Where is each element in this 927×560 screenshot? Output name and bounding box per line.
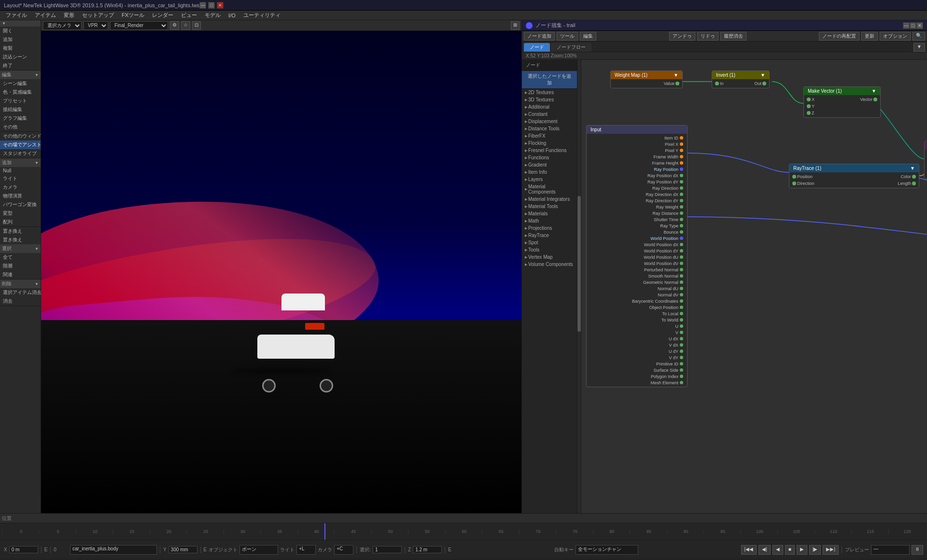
render-select[interactable]: Final_Render — [110, 21, 168, 30]
category-constant[interactable]: Constant — [522, 111, 577, 118]
left-btn-coloredit[interactable]: 色・質感編集 — [0, 88, 41, 97]
left-btn-assist[interactable]: その場でアシスト — [0, 140, 41, 149]
z-value[interactable]: 1.2 m — [413, 546, 442, 553]
node-weight-map[interactable]: Weight Map (1) ▼ Value — [610, 70, 683, 88]
node-clearhistory-btn[interactable]: 履歴消去 — [720, 32, 746, 41]
menu-file[interactable]: ファイル — [2, 11, 31, 20]
vp-extra-btn[interactable]: ⊞ — [511, 21, 520, 30]
vp-grid-btn[interactable]: ⊡ — [192, 21, 201, 30]
objtype-select[interactable]: ボーン — [239, 545, 278, 555]
left-btn-camera[interactable]: カメラ — [0, 183, 41, 192]
left-section-header-file[interactable] — [0, 20, 41, 27]
play-prev-btn[interactable]: ◀| — [758, 545, 771, 555]
port-dot-dir-in[interactable] — [792, 182, 796, 185]
port-dot-color-rt-out[interactable] — [912, 175, 916, 179]
node-weight-map-dropdown[interactable]: ▼ — [674, 72, 678, 78]
left-btn-connect[interactable]: 接続編集 — [0, 105, 41, 114]
node-invert-dropdown[interactable]: ▼ — [760, 72, 765, 78]
left-btn-null[interactable]: Null — [0, 167, 41, 174]
category-functions[interactable]: Functions — [522, 154, 577, 161]
category-spot[interactable]: Spot — [522, 239, 577, 246]
node-options-btn[interactable]: オプション — [880, 32, 911, 41]
category-2dtextures[interactable]: 2D Textures — [522, 89, 577, 96]
preview-pause-btn[interactable]: ⏸ — [912, 545, 923, 555]
menu-fxtool[interactable]: FXツール — [118, 11, 148, 20]
node-raytrace-dropdown[interactable]: ▼ — [910, 166, 915, 171]
3d-viewport[interactable] — [41, 31, 521, 513]
category-gradient[interactable]: Gradient — [522, 161, 577, 168]
port-dot-out[interactable] — [762, 82, 766, 85]
vp-settings-btn[interactable]: ⚙ — [170, 21, 179, 30]
node-undo-btn[interactable]: アンドゥ — [669, 32, 695, 41]
category-raytrace[interactable]: RayTrace — [522, 232, 577, 239]
camera-select[interactable]: +C — [334, 545, 353, 555]
menu-item[interactable]: アイテム — [31, 11, 60, 20]
left-btn-graph[interactable]: グラフ編集 — [0, 114, 41, 123]
tab-nodeflow[interactable]: ノードフロー — [551, 43, 591, 52]
left-btn-light[interactable]: ライト — [0, 174, 41, 183]
menu-transform[interactable]: 変形 — [60, 11, 78, 20]
menu-view[interactable]: ビュー — [177, 11, 201, 20]
category-vertexmap[interactable]: Vertex Map — [522, 253, 577, 261]
node-make-vector-dropdown[interactable]: ▼ — [871, 88, 876, 94]
node-panel-minimize[interactable]: — — [903, 22, 910, 29]
left-btn-studio[interactable]: スタジオライブ — [0, 149, 41, 158]
port-dot-value-out[interactable] — [675, 82, 679, 85]
left-btn-dup[interactable]: 複製 — [0, 44, 41, 53]
menu-io[interactable]: I/O — [225, 12, 239, 19]
left-section-header-edit[interactable]: 編集 — [0, 70, 41, 79]
node-raytrace[interactable]: RayTrace (1) ▼ Position Color — [789, 164, 919, 188]
left-btn-quit[interactable]: 終了 — [0, 61, 41, 70]
node-mixer[interactable]: Mixer (1) ▼ Bg Color — [924, 141, 927, 179]
category-materialintegrators[interactable]: Material Integrators — [522, 196, 577, 203]
category-math[interactable]: Math — [522, 217, 577, 224]
port-dot-z-in[interactable] — [807, 111, 811, 115]
vp-star-btn[interactable]: ☆ — [181, 21, 190, 30]
node-tool-btn[interactable]: ツール — [557, 32, 578, 41]
left-btn-deform[interactable]: 変型 — [0, 209, 41, 218]
category-materials[interactable]: Materials — [522, 210, 577, 217]
left-btn-sceneedit[interactable]: シーン編集 — [0, 79, 41, 88]
left-btn-replace2[interactable]: 置き換え — [0, 236, 41, 244]
left-btn-pgon[interactable]: パワーゴン変換 — [0, 200, 41, 209]
menu-model[interactable]: モデル — [201, 11, 225, 20]
left-btn-otherwin[interactable]: その他のウィンドウ — [0, 132, 41, 140]
camera-select[interactable]: 選択カメラ — [43, 21, 82, 30]
left-btn-loadscene[interactable]: 読込シーン — [0, 53, 41, 61]
node-rearrange-btn[interactable]: ノードの再配置 — [819, 32, 859, 41]
light-select[interactable]: +L — [296, 545, 316, 555]
play-fwd-btn[interactable]: ▶ — [797, 545, 807, 555]
minimize-btn[interactable]: — — [199, 2, 206, 9]
category-materialcomponents[interactable]: Material Components — [522, 183, 577, 196]
menu-setup[interactable]: セットアップ — [78, 11, 118, 20]
left-section-header-add[interactable]: 追加 — [0, 158, 41, 167]
category-additional[interactable]: Additional — [522, 103, 577, 111]
category-flocking[interactable]: Flocking — [522, 140, 577, 147]
category-displacement[interactable]: Displacement — [522, 118, 577, 125]
y-value[interactable]: 300 mm — [169, 546, 197, 553]
left-btn-preset[interactable]: プリセット — [0, 97, 41, 105]
category-3dtextures[interactable]: 3D Textures — [522, 96, 577, 103]
left-btn-other[interactable]: その他 — [0, 123, 41, 131]
timeline-track[interactable]: 0 5 10 15 20 25 30 35 40 45 50 55 60 65 … — [0, 523, 927, 540]
left-section-header-delete[interactable]: 削除 — [0, 280, 41, 288]
node-update-btn[interactable]: 更新 — [861, 32, 878, 41]
left-btn-open[interactable]: 開く — [0, 27, 41, 35]
node-invert[interactable]: Invert (1) ▼ In Out — [712, 70, 770, 88]
close-btn[interactable]: ✕ — [217, 2, 224, 9]
maximize-btn[interactable]: □ — [208, 2, 215, 9]
node-edit-btn[interactable]: 編集 — [580, 32, 596, 41]
x-value[interactable]: 0 m — [9, 546, 38, 553]
preview-select[interactable]: — — [871, 545, 910, 555]
left-btn-selectall[interactable]: 全て — [0, 253, 41, 262]
menu-render[interactable]: レンダー — [148, 11, 177, 20]
port-dot-pos-in[interactable] — [792, 175, 796, 179]
left-btn-physics[interactable]: 物理演算 — [0, 192, 41, 200]
port-dot-in[interactable] — [715, 82, 719, 85]
node-panel-close[interactable]: ✕ — [916, 22, 923, 29]
node-search-btn[interactable]: 🔍 — [913, 32, 925, 41]
node-redo-btn[interactable]: リドゥ — [697, 32, 718, 41]
node-make-vector[interactable]: Make Vector (1) ▼ X Vector — [803, 86, 881, 118]
scrollbar-thumb[interactable] — [577, 196, 581, 332]
category-fiberfx[interactable]: FiberFX — [522, 132, 577, 140]
